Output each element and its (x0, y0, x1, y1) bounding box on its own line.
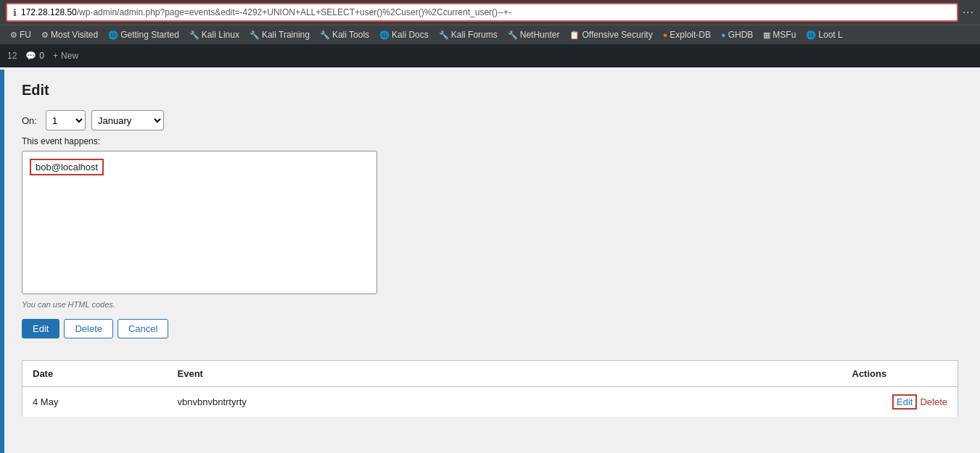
address-bar-row: ℹ 172.28.128.50/wp-admin/admin.php?page=… (0, 0, 980, 25)
bookmark-kali-forums[interactable]: 🔧 Kali Forums (435, 28, 502, 41)
form-buttons: Edit Delete Cancel (22, 319, 958, 338)
month-select[interactable]: January February March (91, 110, 164, 130)
bookmark-kali-tools[interactable]: 🔧 Kali Tools (316, 28, 374, 41)
bookmark-offensive-security-icon: 📋 (569, 30, 580, 40)
event-textarea-container: bob@localhost (22, 151, 377, 294)
bookmark-loot-icon: 🌐 (806, 30, 816, 40)
bookmark-kali-linux[interactable]: 🔧 Kali Linux (185, 28, 244, 41)
toolbar-items-count: 12 (7, 51, 17, 61)
bookmark-ghdb-label: GHDB (728, 30, 754, 40)
bookmark-ghdb-icon: ● (721, 30, 726, 39)
bookmark-exploit-db-label: Exploit-DB (670, 30, 711, 40)
plus-icon: + (53, 51, 58, 61)
url-path: /wp-admin/admin.php?page=events&edit=-42… (77, 7, 511, 17)
items-count-value: 12 (7, 51, 17, 61)
col-header-actions: Actions (842, 361, 958, 387)
table-row: 4 May vbnvbnvbntrtyrty Edit Delete (22, 387, 958, 417)
bookmark-getting-started-label: Getting Started (120, 30, 179, 40)
bookmark-nethunter[interactable]: 🔧 NetHunter (503, 28, 564, 41)
three-dots-menu[interactable]: ··· (963, 6, 974, 19)
actions-cell: Edit Delete (852, 394, 948, 410)
highlighted-input-box[interactable]: bob@localhost (30, 159, 104, 175)
cell-event: vbnvbnvbntrtyrty (168, 387, 842, 417)
table-header-row: Date Event Actions (22, 361, 958, 387)
bookmark-kali-tools-icon: 🔧 (320, 30, 330, 40)
bookmark-kali-training-icon: 🔧 (250, 30, 260, 40)
bookmark-kali-tools-label: Kali Tools (332, 30, 369, 40)
col-header-event: Event (168, 361, 842, 387)
table-head: Date Event Actions (22, 361, 958, 387)
bookmark-nethunter-icon: 🔧 (508, 30, 518, 40)
bookmark-most-visited-label: Most Visited (51, 30, 98, 40)
comment-icon: 💬 (25, 51, 36, 61)
bookmark-msfu-label: MSFu (773, 30, 796, 40)
cell-date: 4 May (22, 387, 168, 417)
bookmark-kali-training-label: Kali Training (262, 30, 310, 40)
comments-count: 0 (39, 51, 44, 61)
html-note: You can use HTML codes. (22, 300, 958, 309)
bookmark-kali-forums-label: Kali Forums (451, 30, 498, 40)
bookmark-msfu[interactable]: ▦ MSFu (759, 28, 800, 41)
bookmark-getting-started[interactable]: 🌐 Getting Started (104, 28, 184, 41)
bookmark-exploit-db-icon: ● (663, 30, 668, 39)
bookmarks-bar: ⚙ FU ⚙ Most Visited 🌐 Getting Started 🔧 … (0, 25, 980, 44)
bookmark-kali-linux-icon: 🔧 (189, 30, 199, 40)
wp-admin-toolbar: 12 💬 0 + New (0, 44, 980, 67)
bookmark-kali-docs[interactable]: 🌐 Kali Docs (375, 28, 433, 41)
highlighted-input-wrapper: bob@localhost (22, 151, 376, 175)
bookmark-loot-label: Loot L (818, 30, 842, 40)
textarea-prefill-value: bob@localhost (36, 162, 98, 173)
toolbar-new[interactable]: + New (53, 51, 78, 61)
bookmark-offensive-security-label: Offensive Security (582, 30, 652, 40)
main-content: Edit On: 1 2 3 January February March Th… (0, 67, 980, 451)
row-edit-link[interactable]: Edit (892, 394, 917, 410)
cell-actions: Edit Delete (842, 387, 958, 417)
toolbar-comments[interactable]: 💬 0 (25, 51, 44, 61)
bookmark-kali-docs-label: Kali Docs (392, 30, 429, 40)
bookmark-kali-forums-icon: 🔧 (439, 30, 449, 40)
on-label: On: (22, 115, 37, 126)
info-icon: ℹ (13, 7, 17, 18)
bookmark-kali-training[interactable]: 🔧 Kali Training (245, 28, 314, 41)
url-host: 172.28.128.50 (21, 7, 77, 17)
bookmark-msfu-icon: ▦ (763, 30, 770, 40)
bookmark-fu[interactable]: ⚙ FU (6, 28, 36, 41)
form-title: Edit (22, 82, 958, 99)
bookmark-most-visited[interactable]: ⚙ Most Visited (37, 28, 102, 41)
bookmark-kali-docs-icon: 🌐 (379, 30, 390, 40)
day-select[interactable]: 1 2 3 (46, 110, 86, 130)
bookmark-exploit-db[interactable]: ● Exploit-DB (659, 28, 715, 41)
bookmark-ghdb[interactable]: ● GHDB (717, 28, 757, 41)
event-happens-label: This event happens: (22, 136, 958, 146)
bookmark-loot[interactable]: 🌐 Loot L (802, 28, 847, 41)
new-label: New (61, 51, 78, 61)
row-delete-link[interactable]: Delete (920, 396, 947, 407)
bookmark-fu-icon: ⚙ (10, 30, 17, 40)
col-header-date: Date (22, 361, 168, 387)
events-table: Date Event Actions 4 May vbnvbnvbntrtyrt… (22, 360, 958, 417)
bookmark-kali-linux-label: Kali Linux (202, 30, 239, 40)
bookmark-most-visited-icon: ⚙ (41, 30, 49, 40)
left-accent-bar (0, 70, 4, 451)
cancel-button[interactable]: Cancel (118, 319, 168, 338)
table-body: 4 May vbnvbnvbntrtyrty Edit Delete (22, 387, 958, 417)
edit-button[interactable]: Edit (22, 319, 59, 338)
event-textarea[interactable] (22, 175, 376, 291)
url-text: 172.28.128.50/wp-admin/admin.php?page=ev… (21, 7, 511, 17)
date-row: On: 1 2 3 January February March (22, 110, 958, 130)
browser-chrome: ℹ 172.28.128.50/wp-admin/admin.php?page=… (0, 0, 980, 44)
bookmark-fu-label: FU (20, 30, 31, 40)
delete-button[interactable]: Delete (64, 319, 113, 338)
address-bar[interactable]: ℹ 172.28.128.50/wp-admin/admin.php?page=… (6, 3, 958, 22)
bookmark-getting-started-icon: 🌐 (108, 30, 118, 40)
bookmark-nethunter-label: NetHunter (520, 30, 560, 40)
bookmark-offensive-security[interactable]: 📋 Offensive Security (565, 28, 656, 41)
